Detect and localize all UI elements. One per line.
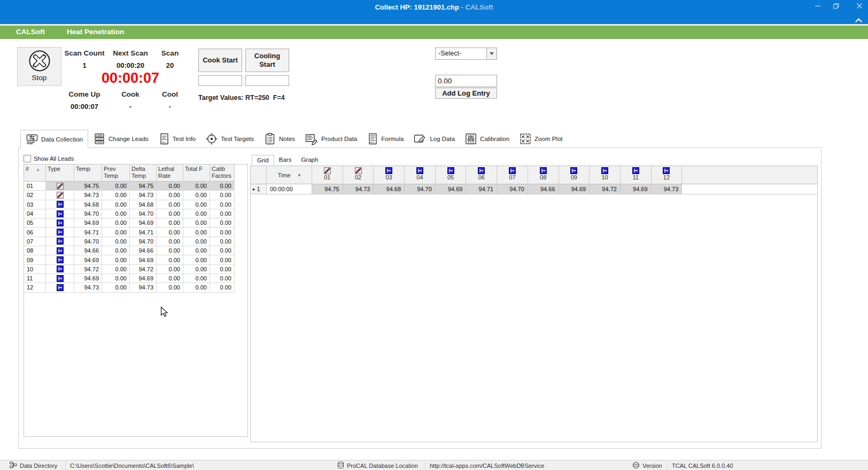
scan-row[interactable]: ▸100:00:0094.7594.7394.6894.7094.6994.71… [251, 184, 817, 194]
leads-table: #▲TypeTempPrev TempDelta TempLethal Rate… [24, 164, 247, 293]
view-tab-graph[interactable]: Graph [296, 155, 323, 166]
column-header[interactable]: Temp [74, 164, 102, 182]
value-cell: 0.00 [102, 218, 130, 228]
tab-product-data[interactable]: Product Data [300, 130, 362, 147]
close-button[interactable] [852, 1, 867, 12]
channel-column-header[interactable]: 04 [405, 166, 436, 184]
ribbon-collapse-button[interactable] [855, 15, 864, 21]
change-leads-icon [93, 132, 106, 145]
channel-column-header[interactable]: 05 [436, 166, 467, 184]
channel-column-header[interactable]: 11 [621, 166, 652, 184]
value-cell: 94.66 [528, 184, 559, 194]
tab-label: Test Info [173, 136, 196, 142]
channel-column-header[interactable]: 08 [528, 166, 559, 184]
add-log-entry-button[interactable]: Add Log Entry [435, 88, 497, 99]
tab-test-targets[interactable]: Test Targets [200, 130, 259, 147]
log-data-icon [413, 132, 427, 145]
channel-column-header[interactable]: 12 [652, 166, 683, 184]
column-header[interactable]: Delta Temp [130, 164, 157, 182]
lead-number-cell: 01 [24, 182, 46, 191]
cooling-start-time-field[interactable] [245, 75, 289, 86]
table-row[interactable]: 0394.680.0094.680.000.000.00 [24, 200, 247, 209]
brand-label[interactable]: CALSoft [16, 28, 45, 36]
tab-test-info[interactable]: Test Info [153, 130, 200, 147]
table-row[interactable]: 0294.730.0094.730.000.000.00 [24, 191, 247, 200]
tc-sensor-icon [57, 201, 64, 208]
column-header[interactable]: Calib Factors [210, 164, 235, 182]
data-directory-icon [10, 461, 17, 469]
value-cell: 0.00 [210, 283, 235, 292]
channel-column-header[interactable]: 07 [497, 166, 528, 184]
filter-down-icon: ▾ [298, 173, 301, 178]
mkt-sensor-icon [324, 167, 331, 174]
table-row[interactable]: 0994.690.0094.690.000.000.00 [24, 255, 247, 264]
log-select-dropdown[interactable]: -Select- [435, 48, 497, 60]
log-value-input[interactable] [435, 75, 497, 87]
view-tab-grid[interactable]: Grid [252, 155, 274, 166]
tab-formula[interactable]: Formula [362, 130, 408, 147]
column-header[interactable]: Type [46, 164, 74, 182]
show-all-leads-checkbox[interactable] [24, 155, 31, 162]
scan-count-label: Scan Count [60, 49, 109, 57]
column-header[interactable]: Prev Temp [102, 164, 130, 182]
value-cell: 0.00 [157, 265, 183, 274]
table-row[interactable]: 0894.660.0094.660.000.000.00 [24, 246, 247, 255]
channel-column-header[interactable]: 02 [343, 166, 374, 184]
tc-sensor-icon [447, 167, 454, 174]
value-cell: 0.00 [102, 274, 130, 283]
column-header[interactable]: #▲ [24, 164, 46, 182]
column-header[interactable]: Total F [183, 164, 210, 182]
channel-column-header[interactable]: 09 [559, 166, 590, 184]
table-row[interactable]: 0494.700.0094.700.000.000.00 [24, 209, 247, 218]
tc-sensor-icon [663, 167, 670, 174]
version-icon [632, 461, 640, 470]
tab-change-leads[interactable]: Change Leads [88, 130, 153, 147]
tab-calibration[interactable]: Calibration [460, 130, 514, 147]
channel-column-header[interactable]: 10 [590, 166, 621, 184]
column-header[interactable]: Lethal Rate [157, 164, 183, 182]
lead-number-cell: 02 [24, 191, 46, 200]
cooling-start-button[interactable]: Cooling Start [245, 49, 289, 72]
table-row[interactable]: 0594.690.0094.690.000.000.00 [24, 218, 247, 228]
tab-zoom-plot[interactable]: Zoom Plot [514, 130, 567, 147]
value-cell: 94.70 [405, 184, 436, 194]
lead-number-cell: 03 [24, 200, 46, 209]
value-cell: 0.00 [210, 237, 235, 246]
channel-number: 01 [312, 174, 343, 181]
value-cell: 94.73 [130, 191, 157, 200]
tc-sensor-icon [57, 265, 64, 272]
cook-start-time-field[interactable] [198, 75, 242, 86]
value-cell: 0.00 [183, 237, 210, 246]
channel-column-header[interactable]: 06 [466, 166, 497, 184]
lead-number-cell: 07 [24, 237, 46, 246]
tab-log-data[interactable]: Log Data [408, 130, 460, 147]
menu-heat-penetration[interactable]: Heat Penetration [67, 28, 124, 36]
version-label: Version [642, 463, 662, 469]
tab-label: Calibration [480, 136, 509, 142]
tc-sensor-icon [540, 167, 547, 174]
come-up-value: 00:00:07 [60, 103, 109, 111]
table-row[interactable]: 1094.720.0094.720.000.000.00 [24, 265, 247, 274]
view-tab-bars[interactable]: Bars [274, 155, 297, 166]
value-cell: 0.00 [157, 255, 183, 264]
tc-sensor-icon [632, 167, 639, 174]
version-value: TCAL CALSoft 6.0.0.40 [667, 460, 733, 470]
table-row[interactable]: 0794.700.0094.700.000.000.00 [24, 237, 247, 246]
table-row[interactable]: 1294.730.0094.730.000.000.00 [24, 283, 247, 292]
dropdown-button[interactable] [486, 48, 497, 59]
tab-data-collection[interactable]: Data Collection [20, 130, 88, 148]
minimize-button[interactable] [810, 1, 825, 12]
time-column-header[interactable]: Time▾ [267, 166, 312, 184]
table-row[interactable]: 1194.690.0094.690.000.000.00 [24, 274, 247, 283]
table-row[interactable]: 0194.750.0094.750.000.000.00 [24, 182, 247, 191]
channel-column-header[interactable]: 01 [312, 166, 343, 184]
scan-label: Scan [156, 49, 184, 57]
restore-button[interactable] [828, 1, 843, 12]
value-cell: 94.72 [590, 184, 621, 194]
tab-label: Formula [381, 136, 404, 142]
tab-notes[interactable]: Notes [259, 130, 300, 147]
channel-column-header[interactable]: 03 [374, 166, 405, 184]
table-row[interactable]: 0694.710.0094.710.000.000.00 [24, 228, 247, 237]
stop-button[interactable]: Stop [17, 47, 61, 86]
cook-start-button[interactable]: Cook Start [198, 49, 242, 72]
